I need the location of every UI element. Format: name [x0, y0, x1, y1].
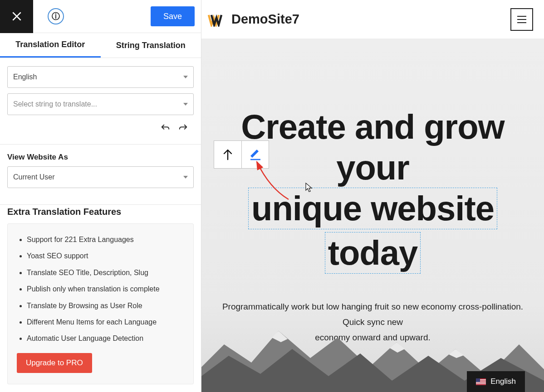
feature-item: Translate by Browsing as User Role: [27, 301, 184, 311]
site-preview: DemoSite7 Create and grow your unique we…: [201, 0, 544, 392]
logo-icon: [208, 14, 222, 25]
language-switcher-label: English: [490, 377, 516, 386]
translation-sidebar: ⓘ Save Translation Editor String Transla…: [0, 0, 201, 392]
parent-element-button[interactable]: [214, 141, 241, 168]
pencil-icon: [250, 149, 261, 160]
extra-features-heading: Extra Translation Features: [0, 205, 201, 223]
site-title: DemoSite7: [231, 12, 299, 27]
chevron-down-icon: [183, 103, 188, 106]
close-icon: [11, 10, 23, 22]
svg-rect-3: [476, 382, 486, 383]
chevron-down-icon: [183, 76, 188, 78]
feature-item: Different Menu Items for each Language: [27, 317, 184, 327]
hero-sub-line: Programmatically work but low hanging fr…: [222, 302, 523, 311]
view-as-select[interactable]: Current User: [7, 166, 194, 188]
feature-item: Translate SEO Title, Description, Slug: [27, 268, 184, 278]
redo-icon[interactable]: [178, 123, 188, 133]
feature-item: Support for 221 Extra Languages: [27, 235, 184, 245]
sidebar-header: ⓘ Save: [0, 0, 201, 33]
view-as-label: View Website As: [0, 145, 201, 166]
language-switcher[interactable]: English: [467, 371, 525, 392]
feature-item: Automatic User Language Detection: [27, 334, 184, 344]
hero-section: Create and grow your unique website toda…: [201, 39, 544, 392]
hamburger-icon: [517, 15, 527, 24]
language-select[interactable]: English: [7, 66, 194, 88]
features-list: Support for 221 Extra Languages Yoast SE…: [17, 235, 184, 344]
undo-redo-group: [7, 121, 194, 133]
hero-line2-selected[interactable]: unique website: [248, 188, 497, 229]
tab-string-translation[interactable]: String Translation: [101, 33, 201, 58]
arrow-up-icon: [223, 149, 233, 160]
sidebar-tabs: Translation Editor String Translation: [0, 33, 201, 58]
translation-controls: English Select string to translate...: [0, 58, 201, 140]
chevron-down-icon: [183, 176, 188, 179]
language-select-value: English: [13, 73, 37, 81]
info-button[interactable]: ⓘ: [48, 8, 64, 24]
hero-line3-selected[interactable]: today: [325, 232, 421, 274]
preview-header: DemoSite7: [201, 0, 544, 39]
save-button[interactable]: Save: [151, 6, 195, 26]
extra-features-box: Support for 221 Extra Languages Yoast SE…: [7, 223, 194, 384]
svg-rect-5: [476, 378, 480, 382]
upgrade-button[interactable]: Upgrade to PRO: [17, 353, 92, 373]
string-select[interactable]: Select string to translate...: [7, 93, 194, 115]
feature-item: Yoast SEO support: [27, 251, 184, 261]
hero-line1: Create and grow your: [241, 107, 504, 187]
menu-button[interactable]: [510, 8, 533, 31]
flag-us-icon: [476, 378, 486, 385]
info-icon: ⓘ: [52, 11, 60, 22]
feature-item: Publish only when translation is complet…: [27, 284, 184, 294]
edit-translation-button[interactable]: [241, 141, 269, 168]
svg-rect-4: [476, 383, 486, 384]
close-button[interactable]: [0, 0, 33, 33]
cursor-icon: [305, 183, 313, 193]
hero-heading: Create and grow your unique website toda…: [201, 106, 544, 274]
site-logo[interactable]: DemoSite7: [208, 12, 299, 27]
string-select-placeholder: Select string to translate...: [13, 100, 97, 108]
undo-icon[interactable]: [160, 123, 170, 133]
tab-translation-editor[interactable]: Translation Editor: [0, 33, 101, 58]
translate-hover-tools: [214, 140, 269, 169]
view-as-value: Current User: [13, 173, 55, 181]
